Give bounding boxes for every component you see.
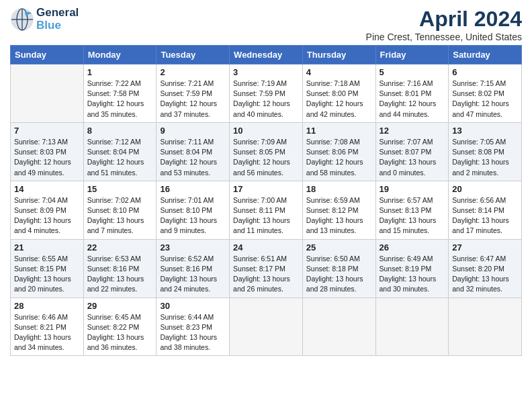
sunrise-label: Sunrise: 6:47 AM — [452, 255, 506, 263]
sunrise-label: Sunrise: 7:21 AM — [160, 79, 214, 87]
logo: General Blue — [10, 7, 79, 32]
calendar-cell: 2 Sunrise: 7:21 AM Sunset: 7:59 PM Dayli… — [157, 64, 230, 123]
calendar-cell: 22 Sunrise: 6:53 AM Sunset: 8:16 PM Dayl… — [83, 239, 157, 298]
cell-content: Sunrise: 7:13 AM Sunset: 8:03 PM Dayligh… — [14, 137, 80, 178]
cell-content: Sunrise: 7:12 AM Sunset: 8:04 PM Dayligh… — [87, 137, 153, 178]
calendar-cell — [11, 64, 84, 123]
logo-general: General — [36, 7, 79, 19]
sunrise-label: Sunrise: 6:46 AM — [14, 313, 68, 321]
day-number: 29 — [87, 301, 153, 311]
cell-content: Sunrise: 6:50 AM Sunset: 8:18 PM Dayligh… — [306, 254, 372, 295]
calendar-cell: 12 Sunrise: 7:07 AM Sunset: 8:07 PM Dayl… — [375, 122, 449, 181]
day-number: 23 — [160, 242, 226, 253]
sunset-label: Sunset: 8:10 PM — [87, 206, 140, 214]
day-number: 18 — [306, 184, 372, 194]
daylight-label: Daylight: 12 hours and 56 minutes. — [233, 158, 290, 176]
calendar-cell: 4 Sunrise: 7:18 AM Sunset: 8:00 PM Dayli… — [302, 64, 375, 123]
sunrise-label: Sunrise: 6:56 AM — [452, 196, 506, 204]
daylight-label: Daylight: 13 hours and 36 minutes. — [87, 333, 144, 351]
sunrise-label: Sunrise: 7:22 AM — [87, 79, 141, 87]
sunset-label: Sunset: 8:22 PM — [87, 323, 140, 331]
cell-content: Sunrise: 6:45 AM Sunset: 8:22 PM Dayligh… — [87, 312, 153, 353]
sunset-label: Sunset: 8:05 PM — [233, 148, 285, 156]
cell-content: Sunrise: 6:49 AM Sunset: 8:19 PM Dayligh… — [380, 254, 445, 295]
calendar-cell: 13 Sunrise: 7:05 AM Sunset: 8:08 PM Dayl… — [449, 122, 522, 181]
calendar-cell: 10 Sunrise: 7:09 AM Sunset: 8:05 PM Dayl… — [230, 122, 303, 181]
cell-content: Sunrise: 7:07 AM Sunset: 8:07 PM Dayligh… — [380, 137, 445, 178]
day-number: 24 — [233, 242, 299, 253]
calendar-cell: 19 Sunrise: 6:57 AM Sunset: 8:13 PM Dayl… — [375, 181, 449, 239]
cell-content: Sunrise: 6:46 AM Sunset: 8:21 PM Dayligh… — [14, 312, 80, 353]
cell-content: Sunrise: 7:21 AM Sunset: 7:59 PM Dayligh… — [160, 79, 226, 120]
daylight-label: Daylight: 13 hours and 32 minutes. — [452, 275, 509, 293]
sunset-label: Sunset: 8:13 PM — [380, 206, 432, 214]
calendar-cell — [449, 298, 522, 356]
sunset-label: Sunset: 8:01 PM — [380, 89, 432, 97]
sunrise-label: Sunrise: 6:50 AM — [306, 255, 360, 263]
sunset-label: Sunset: 8:02 PM — [452, 89, 504, 97]
calendar-week-row: 14 Sunrise: 7:04 AM Sunset: 8:09 PM Dayl… — [11, 181, 522, 239]
day-number: 20 — [452, 184, 518, 194]
day-number: 10 — [233, 126, 299, 136]
day-number: 13 — [452, 126, 518, 136]
daylight-label: Daylight: 12 hours and 40 minutes. — [233, 99, 290, 118]
calendar-cell: 14 Sunrise: 7:04 AM Sunset: 8:09 PM Dayl… — [11, 181, 84, 239]
day-number: 15 — [87, 184, 153, 194]
sunrise-label: Sunrise: 6:45 AM — [87, 313, 141, 321]
sunset-label: Sunset: 8:18 PM — [306, 265, 359, 273]
sunset-label: Sunset: 7:59 PM — [233, 89, 285, 97]
daylight-label: Daylight: 13 hours and 13 minutes. — [306, 216, 363, 234]
daylight-label: Daylight: 13 hours and 20 minutes. — [14, 275, 71, 293]
cell-content: Sunrise: 7:19 AM Sunset: 7:59 PM Dayligh… — [233, 79, 299, 120]
cell-content: Sunrise: 7:15 AM Sunset: 8:02 PM Dayligh… — [452, 79, 518, 120]
cell-content: Sunrise: 6:56 AM Sunset: 8:14 PM Dayligh… — [452, 195, 518, 236]
sunset-label: Sunset: 8:08 PM — [452, 148, 504, 156]
calendar-cell: 18 Sunrise: 6:59 AM Sunset: 8:12 PM Dayl… — [302, 181, 375, 239]
weekday-header: Sunday — [11, 46, 84, 64]
day-number: 9 — [160, 126, 226, 136]
cell-content: Sunrise: 7:08 AM Sunset: 8:06 PM Dayligh… — [306, 137, 372, 178]
daylight-label: Daylight: 12 hours and 51 minutes. — [87, 158, 144, 176]
calendar-cell: 20 Sunrise: 6:56 AM Sunset: 8:14 PM Dayl… — [449, 181, 522, 239]
daylight-label: Daylight: 13 hours and 34 minutes. — [14, 333, 71, 351]
calendar-cell: 30 Sunrise: 6:44 AM Sunset: 8:23 PM Dayl… — [157, 298, 230, 356]
calendar-header-row: SundayMondayTuesdayWednesdayThursdayFrid… — [11, 46, 522, 64]
calendar-cell: 23 Sunrise: 6:52 AM Sunset: 8:16 PM Dayl… — [157, 239, 230, 298]
daylight-label: Daylight: 13 hours and 28 minutes. — [306, 275, 363, 293]
sunset-label: Sunset: 8:07 PM — [380, 148, 432, 156]
sunset-label: Sunset: 8:00 PM — [306, 89, 359, 97]
sunrise-label: Sunrise: 7:18 AM — [306, 79, 360, 87]
globe-icon — [10, 7, 34, 32]
weekday-header: Tuesday — [157, 46, 230, 64]
calendar-cell: 7 Sunrise: 7:13 AM Sunset: 8:03 PM Dayli… — [11, 122, 84, 181]
sunrise-label: Sunrise: 6:57 AM — [380, 196, 433, 204]
calendar-week-row: 28 Sunrise: 6:46 AM Sunset: 8:21 PM Dayl… — [11, 298, 522, 356]
sunrise-label: Sunrise: 6:51 AM — [233, 255, 287, 263]
daylight-label: Daylight: 13 hours and 30 minutes. — [380, 275, 437, 293]
cell-content: Sunrise: 6:44 AM Sunset: 8:23 PM Dayligh… — [160, 312, 226, 353]
daylight-label: Daylight: 13 hours and 11 minutes. — [233, 216, 290, 234]
cell-content: Sunrise: 6:59 AM Sunset: 8:12 PM Dayligh… — [306, 195, 372, 236]
daylight-label: Daylight: 12 hours and 42 minutes. — [306, 99, 363, 118]
calendar-cell: 29 Sunrise: 6:45 AM Sunset: 8:22 PM Dayl… — [83, 298, 157, 356]
sunrise-label: Sunrise: 7:01 AM — [160, 196, 214, 204]
calendar-week-row: 7 Sunrise: 7:13 AM Sunset: 8:03 PM Dayli… — [11, 122, 522, 181]
day-number: 12 — [380, 126, 445, 136]
daylight-label: Daylight: 13 hours and 2 minutes. — [452, 158, 509, 176]
calendar-cell: 3 Sunrise: 7:19 AM Sunset: 7:59 PM Dayli… — [230, 64, 303, 123]
sunset-label: Sunset: 8:20 PM — [452, 265, 504, 273]
day-number: 11 — [306, 126, 372, 136]
sunset-label: Sunset: 8:11 PM — [233, 206, 285, 214]
calendar-cell: 24 Sunrise: 6:51 AM Sunset: 8:17 PM Dayl… — [230, 239, 303, 298]
daylight-label: Daylight: 13 hours and 0 minutes. — [380, 158, 437, 176]
daylight-label: Daylight: 13 hours and 15 minutes. — [380, 216, 437, 234]
day-number: 1 — [87, 67, 153, 77]
weekday-header: Saturday — [449, 46, 522, 64]
sunrise-label: Sunrise: 7:08 AM — [306, 138, 360, 146]
weekday-header: Wednesday — [230, 46, 303, 64]
calendar-week-row: 1 Sunrise: 7:22 AM Sunset: 7:58 PM Dayli… — [11, 64, 522, 123]
cell-content: Sunrise: 6:52 AM Sunset: 8:16 PM Dayligh… — [160, 254, 226, 295]
daylight-label: Daylight: 12 hours and 37 minutes. — [160, 99, 217, 118]
sunset-label: Sunset: 8:16 PM — [87, 265, 140, 273]
sunset-label: Sunset: 8:14 PM — [452, 206, 504, 214]
